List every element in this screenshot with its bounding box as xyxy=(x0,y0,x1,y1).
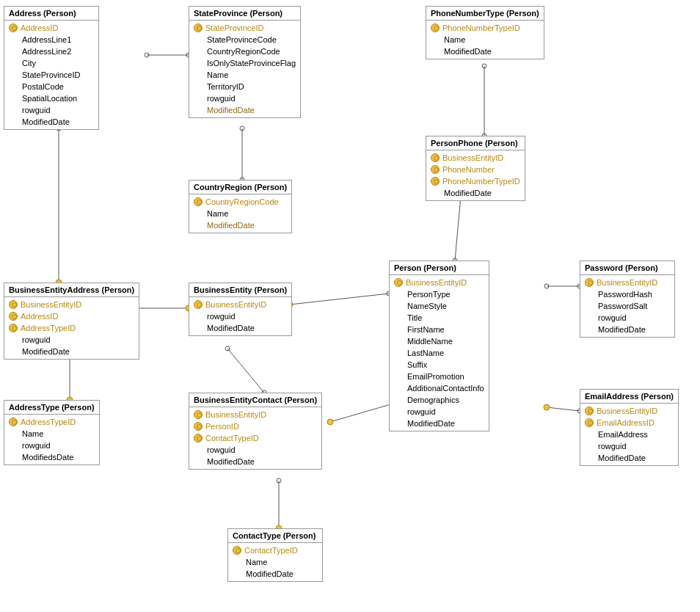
field-name: BusinessEntityID xyxy=(205,410,266,419)
field-name: EmailAddress xyxy=(598,430,648,439)
entity-header-addresstype: AddressType (Person) xyxy=(4,401,99,415)
field-row: rowguid xyxy=(4,440,99,451)
field-name: ModifiedsDate xyxy=(22,453,73,462)
key-icon xyxy=(431,153,440,162)
field-row: ContactTypeID xyxy=(189,432,321,444)
field-row: Name xyxy=(426,34,544,45)
field-row: BusinessEntityID xyxy=(390,277,489,288)
entity-address: Address (Person)AddressIDAddressLine1Add… xyxy=(4,6,99,130)
field-name: BusinessEntityID xyxy=(406,278,467,287)
field-name: PhoneNumberTypeID xyxy=(442,23,520,32)
field-name: City xyxy=(22,59,36,68)
field-row: Title xyxy=(390,312,489,324)
key-icon xyxy=(9,324,18,332)
entity-emailaddress: EmailAddress (Person)BusinessEntityIDEma… xyxy=(580,389,679,466)
field-name: StateProvinceID xyxy=(22,70,80,79)
entity-fields-countryregion: CountryRegionCodeNameModifiedDate xyxy=(189,194,291,233)
field-row: Demographics xyxy=(390,394,489,406)
entity-header-countryregion: CountryRegion (Person) xyxy=(189,181,291,194)
key-icon xyxy=(9,312,18,321)
field-name: CountryRegionCode xyxy=(207,47,280,56)
field-row: FirstName xyxy=(390,324,489,335)
key-icon xyxy=(394,278,403,287)
field-name: TerritoryID xyxy=(207,82,244,91)
key-icon xyxy=(9,300,18,309)
key-icon xyxy=(194,422,203,431)
field-row: rowguid xyxy=(189,444,321,456)
field-row: rowguid xyxy=(4,334,139,346)
entity-header-contacttype: ContactType (Person) xyxy=(228,529,322,543)
field-row: StateProvinceID xyxy=(189,22,300,34)
field-name: AddressTypeID xyxy=(21,418,76,426)
field-row: BusinessEntityID xyxy=(580,405,678,417)
entity-fields-personphone: BusinessEntityIDPhoneNumberPhoneNumberTy… xyxy=(426,150,525,200)
field-name: rowguid xyxy=(22,441,51,450)
field-name: Name xyxy=(22,429,43,438)
field-name: ModifiedDate xyxy=(207,324,255,332)
field-name: ModifiedDate xyxy=(207,106,255,114)
entity-phonenumbertype: PhoneNumberType (Person)PhoneNumberTypeI… xyxy=(426,6,544,59)
field-row: PersonID xyxy=(189,420,321,432)
field-name: EmailAddressID xyxy=(597,418,655,427)
field-name: PostalCode xyxy=(22,82,64,91)
entity-header-stateprovince: StateProvince (Person) xyxy=(189,7,300,21)
entity-header-address: Address (Person) xyxy=(4,7,98,21)
field-name: rowguid xyxy=(207,312,236,321)
field-row: ModifiedDate xyxy=(426,187,525,199)
key-icon xyxy=(194,23,203,32)
key-icon xyxy=(233,546,241,555)
field-row: PhoneNumberTypeID xyxy=(426,175,525,187)
field-name: EmailPromotion xyxy=(407,372,464,381)
field-row: rowguid xyxy=(189,92,300,104)
field-row: BusinessEntityID xyxy=(189,299,291,310)
entity-fields-address: AddressIDAddressLine1AddressLine2CitySta… xyxy=(4,21,98,129)
field-name: PhoneNumberTypeID xyxy=(442,177,520,186)
field-name: BusinessEntityID xyxy=(597,407,657,415)
field-name: ModifiedDate xyxy=(407,419,455,428)
key-icon xyxy=(431,177,440,186)
field-name: BusinessEntityID xyxy=(205,300,266,309)
field-row: rowguid xyxy=(390,406,489,418)
field-name: rowguid xyxy=(598,313,627,322)
field-name: LastName xyxy=(407,349,444,357)
svg-point-37 xyxy=(544,404,550,410)
svg-line-27 xyxy=(227,349,264,393)
field-row: ModifiedDate xyxy=(426,45,544,57)
field-row: AddressTypeID xyxy=(4,322,139,334)
key-icon xyxy=(194,434,203,442)
field-row: TerritoryID xyxy=(189,81,300,92)
field-row: BusinessEntityID xyxy=(189,409,321,420)
field-name: ModifiedDate xyxy=(444,189,492,197)
key-icon xyxy=(194,410,203,419)
field-name: ContactTypeID xyxy=(244,546,298,555)
svg-line-36 xyxy=(547,407,580,411)
field-name: Name xyxy=(207,70,228,79)
field-name: PersonID xyxy=(205,422,239,431)
field-name: AddressID xyxy=(21,23,58,32)
field-row: NameStyle xyxy=(390,300,489,312)
field-row: ModifiedDate xyxy=(580,324,674,335)
field-name: PasswordSalt xyxy=(598,302,647,310)
field-row: rowguid xyxy=(4,104,98,116)
field-row: CountryRegionCode xyxy=(189,45,300,57)
field-name: rowguid xyxy=(207,94,236,103)
entity-header-person: Person (Person) xyxy=(390,261,489,275)
field-name: rowguid xyxy=(22,335,51,344)
key-icon xyxy=(9,23,18,32)
field-row: AdditionalContactInfo xyxy=(390,382,489,394)
field-row: ModifiedDate xyxy=(390,418,489,429)
key-icon xyxy=(431,165,440,174)
field-name: Suffix xyxy=(407,360,427,369)
entity-fields-businessentity: BusinessEntityIDrowguidModifiedDate xyxy=(189,297,291,335)
entity-businessentity: BusinessEntity (Person)BusinessEntityIDr… xyxy=(189,283,292,336)
field-name: Title xyxy=(407,313,422,322)
field-name: ModifiedDate xyxy=(598,453,646,462)
entity-fields-password: BusinessEntityIDPasswordHashPasswordSalt… xyxy=(580,275,674,337)
entity-fields-person: BusinessEntityIDPersonTypeNameStyleTitle… xyxy=(390,275,489,431)
field-name: ModifiedDate xyxy=(207,457,255,466)
field-name: ModifiedDate xyxy=(22,117,70,126)
field-row: LastName xyxy=(390,347,489,359)
entity-password: Password (Person)BusinessEntityIDPasswor… xyxy=(580,261,675,338)
field-name: ModifiedDate xyxy=(246,569,294,578)
field-row: EmailAddress xyxy=(580,429,678,440)
